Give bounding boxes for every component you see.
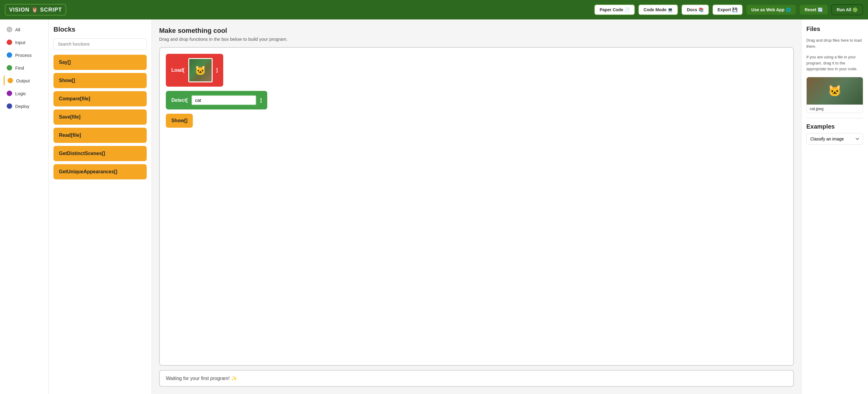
canvas-title: Make something cool [159, 27, 794, 35]
canvas-area: Make something cool Drag and drop functi… [152, 20, 801, 394]
reset-button[interactable]: Reset 🔄 [799, 4, 828, 15]
app-logo: VISION 🦉 SCRIPT [5, 4, 66, 16]
export-button[interactable]: Export 💾 [712, 4, 743, 15]
show-block-label: Show[] [171, 118, 187, 123]
top-navigation: VISION 🦉 SCRIPT Paper Code 📄 Code Mode 💻… [0, 0, 868, 20]
block-get-distinct-scenes[interactable]: GetDistinctScenes[] [54, 146, 147, 161]
block-show[interactable]: Show[] [54, 73, 147, 88]
code-mode-button[interactable]: Code Mode 💻 [638, 4, 678, 15]
sidebar-item-input[interactable]: Input [4, 37, 44, 48]
examples-title: Examples [806, 123, 863, 130]
block-say[interactable]: Say[] [54, 55, 147, 70]
search-input[interactable] [54, 38, 147, 50]
logo-text-script: SCRIPT [40, 7, 62, 13]
detect-input[interactable] [191, 95, 256, 105]
owl-icon: 🦉 [31, 6, 38, 13]
canvas-header: Make something cool Drag and drop functi… [159, 27, 794, 47]
sidebar-label-input: Input [15, 40, 25, 45]
sidebar-label-find: Find [15, 65, 24, 71]
file-thumbnail-name: cat.jpeg [807, 105, 863, 113]
status-text: Waiting for your first program! ✨ [166, 376, 237, 381]
files-title: Files [806, 26, 863, 32]
sidebar-item-logic[interactable]: Logic [4, 88, 44, 98]
sidebar-item-deploy[interactable]: Deploy [4, 101, 44, 111]
cat-image [189, 59, 212, 82]
output-dot-icon [8, 78, 13, 83]
file-thumbnail[interactable]: 🐱 cat.jpeg [806, 77, 863, 113]
blocks-panel: Blocks Say[] Show[] Compare[file] Save[f… [49, 20, 152, 394]
drop-zone[interactable]: Load[ ] Detect[ ] Show[] [159, 47, 794, 366]
load-block-close-bracket: ] [216, 67, 218, 73]
paper-code-button[interactable]: Paper Code 📄 [594, 4, 635, 15]
examples-dropdown[interactable]: Classify an image Detect objects Compare… [806, 133, 863, 145]
detect-block-label: Detect[ [171, 97, 188, 103]
files-description-2: If you are using a file in your program,… [806, 54, 863, 72]
detect-block-close-bracket: ] [260, 97, 261, 103]
sidebar: All Input Process Find Output Logic Depl… [0, 20, 49, 394]
docs-button[interactable]: Docs 📚 [681, 4, 709, 15]
main-layout: All Input Process Find Output Logic Depl… [0, 20, 868, 394]
files-description-1: Drag and drop files here to load them. [806, 37, 863, 49]
sidebar-label-all: All [15, 27, 20, 32]
all-dot-icon [7, 27, 12, 32]
examples-section: Examples Classify an image Detect object… [806, 123, 863, 145]
logo-text-vision: VISION [9, 7, 29, 13]
run-all-button[interactable]: Run All 🟢 [831, 4, 863, 15]
block-compare-file[interactable]: Compare[file] [54, 91, 147, 106]
logic-dot-icon [7, 91, 12, 96]
use-as-web-app-button[interactable]: Use as Web App 🌐 [746, 4, 796, 15]
show-block[interactable]: Show[] [166, 114, 193, 128]
sidebar-item-process[interactable]: Process [4, 50, 44, 60]
block-save-file[interactable]: Save[file] [54, 109, 147, 125]
block-get-unique-appearances[interactable]: GetUniqueAppearances[] [54, 164, 147, 179]
load-block[interactable]: Load[ ] [166, 54, 223, 87]
sidebar-item-output[interactable]: Output [4, 76, 44, 86]
sidebar-label-deploy: Deploy [15, 104, 29, 109]
detect-block[interactable]: Detect[ ] [166, 91, 267, 109]
right-panel: Files Drag and drop files here to load t… [801, 20, 868, 394]
sidebar-item-all[interactable]: All [4, 24, 44, 35]
sidebar-label-process: Process [15, 53, 32, 58]
process-dot-icon [7, 52, 12, 58]
sidebar-item-find[interactable]: Find [4, 63, 44, 73]
file-thumbnail-image: 🐱 [807, 77, 863, 105]
sidebar-label-logic: Logic [15, 91, 26, 96]
input-dot-icon [7, 39, 12, 45]
canvas-subtitle: Drag and drop functions in the box below… [159, 36, 794, 41]
find-dot-icon [7, 65, 12, 71]
sidebar-label-output: Output [16, 78, 30, 83]
load-block-image[interactable] [188, 58, 213, 82]
deploy-dot-icon [7, 103, 12, 109]
load-block-label: Load[ [171, 67, 185, 73]
status-bar: Waiting for your first program! ✨ [159, 370, 794, 387]
blocks-title: Blocks [54, 26, 147, 33]
block-read-file[interactable]: Read[file] [54, 128, 147, 143]
panel-divider [806, 118, 863, 118]
